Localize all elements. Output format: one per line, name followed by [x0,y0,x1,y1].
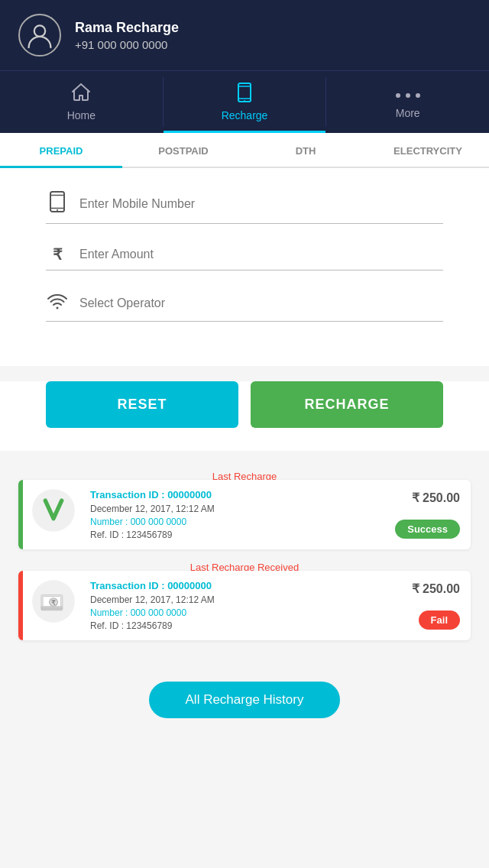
rupee-icon: ₹ [46,245,69,264]
home-icon [70,82,92,106]
mobile-input[interactable] [79,197,443,211]
status-badge-fail: Fail [419,611,460,630]
txn-id-2: Transaction ID : 00000000 [90,580,388,591]
nav-more-label: More [396,107,420,119]
svg-point-12 [57,307,59,309]
user-name: Rama Recharge [75,20,179,36]
transaction-card-1: Last Recharge Transaction ID : 00000000 … [18,480,471,549]
user-phone: +91 000 000 0000 [75,38,179,51]
svg-point-7 [416,93,420,98]
svg-point-11 [57,209,58,211]
card-amount-2: ₹ 250.00 [412,581,460,596]
card-right-1: ₹ 250.00 Success [394,480,471,549]
tab-postpaid[interactable]: POSTPAID [122,133,244,168]
tab-prepaid[interactable]: PREPAID [0,133,122,168]
txn-date-1: December 12, 2017, 12:12 AM [90,504,388,514]
amount-input-row: ₹ [46,245,443,270]
header-info: Rama Recharge +91 000 000 0000 [75,20,179,51]
all-recharge-history-button[interactable]: All Recharge History [149,682,341,718]
card-logo-telecom [23,480,84,541]
svg-rect-20 [41,608,63,611]
operator-input[interactable] [79,296,443,310]
card-right-2: ₹ 250.00 Fail [394,571,471,640]
card-info-2: Transaction ID : 00000000 December 12, 2… [84,571,394,640]
tab-electrycity[interactable]: ELECTRYCITY [367,133,489,168]
txn-ref-1: Ref. ID : 123456789 [90,530,388,540]
txn-date-2: December 12, 2017, 12:12 AM [90,594,388,605]
nav-home[interactable]: Home [0,71,163,133]
history-btn-area: All Recharge History [0,669,489,741]
nav-recharge-label: Recharge [222,109,268,121]
nav-recharge[interactable]: Recharge [164,71,326,133]
button-row: RESET RECHARGE [0,381,489,451]
svg-point-0 [34,25,45,36]
amount-input[interactable] [79,248,443,261]
txn-id-1: Transaction ID : 00000000 [90,489,388,500]
card-logo-money: ₹ [23,571,84,632]
avatar-icon [18,14,61,57]
transactions-area: Last Recharge Transaction ID : 00000000 … [0,451,489,669]
more-icon [394,84,422,104]
nav-bar: Home Recharge More [0,70,489,133]
mobile-input-row [46,191,443,224]
mobile-field-icon [46,191,69,217]
txn-ref-2: Ref. ID : 123456789 [90,620,388,631]
operator-input-row [46,292,443,322]
mobile-icon [235,82,254,106]
svg-text:₹: ₹ [51,599,56,607]
recharge-button[interactable]: RECHARGE [251,381,443,428]
card-info-1: Transaction ID : 00000000 December 12, 2… [84,480,394,549]
header: Rama Recharge +91 000 000 0000 [0,0,489,70]
status-badge-success: Success [395,520,460,539]
transaction-card-2: Last Recharge Received ₹ Transacti [18,571,471,640]
svg-point-4 [244,100,245,102]
txn-number-2: Number : 000 000 0000 [90,607,388,618]
tab-bar: PREPAID POSTPAID DTH ELECTRYCITY [0,133,489,168]
nav-home-label: Home [67,109,96,121]
svg-point-6 [406,93,410,98]
card-amount-1: ₹ 250.00 [412,491,460,505]
tab-dth[interactable]: DTH [244,133,367,168]
form-area: ₹ [0,168,489,366]
reset-button[interactable]: RESET [46,381,238,428]
nav-more[interactable]: More [326,71,489,133]
txn-number-1: Number : 000 000 0000 [90,517,388,527]
wifi-icon [46,292,69,315]
svg-point-13 [32,489,75,532]
svg-point-5 [396,93,400,98]
